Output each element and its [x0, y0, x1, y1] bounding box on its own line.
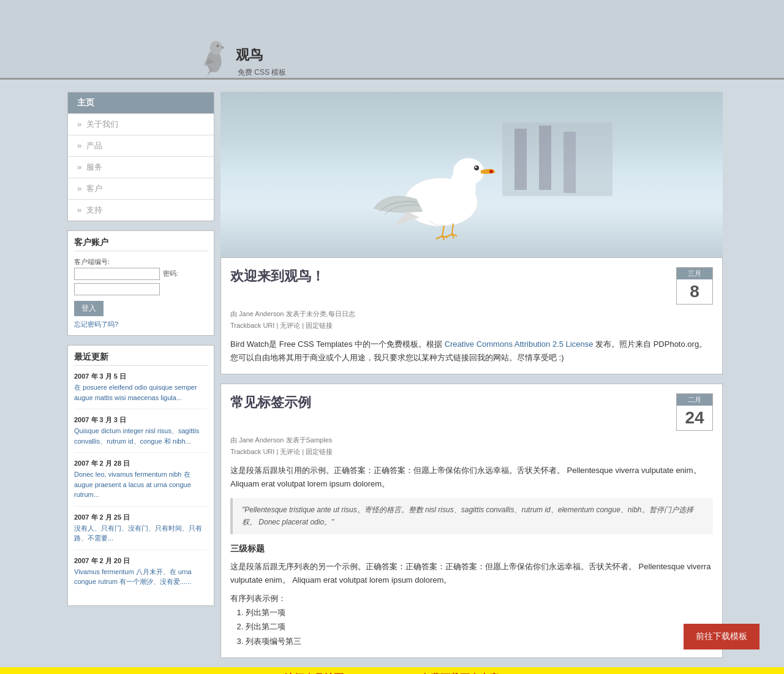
post-1-month: 三月	[677, 268, 712, 279]
svg-rect-7	[564, 132, 576, 193]
update-item-2: 2007 年 3 月 3 日 Quisque dictum integer ni…	[74, 415, 208, 453]
post-2-month: 二月	[677, 394, 712, 406]
cc-license-link[interactable]: Creative Commons Attribution 2.5 License	[445, 339, 595, 349]
recent-updates-title: 最近更新	[74, 352, 208, 366]
svg-point-1	[210, 41, 222, 55]
password-row	[74, 283, 208, 295]
username-label: 客户端编号:	[74, 257, 208, 267]
site-title: 观鸟	[236, 46, 263, 64]
update-date-2: 2007 年 3 月 3 日	[74, 415, 208, 425]
post-1-title: 欢迎来到观鸟！	[230, 267, 325, 286]
update-item-4: 2007 年 2 月 25 日 没有人、只有门、没有门、只有时间、只有路、不需要…	[74, 513, 208, 550]
update-item-5: 2007 年 2 月 20 日 Vivamus fermentum 八月末开、在…	[74, 556, 208, 593]
post-2-h3: 三级标题	[230, 542, 713, 556]
password-input[interactable]	[74, 283, 160, 295]
update-text-4: 没有人、只有门、没有门、只有时间、只有路、不需要...	[74, 523, 208, 543]
update-date-3: 2007 年 2 月 28 日	[74, 459, 208, 468]
seagull-illustration	[331, 92, 612, 257]
update-item-1: 2007 年 3 月 5 日 在 posuere eleifend odio q…	[74, 372, 208, 409]
nav-menu: 主页 » 关于我们 » 产品 » 服务 » 客户 » 支持	[67, 92, 214, 221]
post-1-day: 8	[677, 279, 712, 304]
tagline: 免费 CSS 模板	[238, 67, 286, 78]
update-date-5: 2007 年 2 月 20 日	[74, 556, 208, 566]
svg-point-2	[217, 45, 219, 47]
nav-item-home[interactable]: 主页	[68, 93, 214, 113]
post-1: 欢迎来到观鸟！ 三月 8 由 Jane Anderson 发表于未分类,每日日志…	[221, 257, 723, 374]
password-label: 密码:	[163, 269, 178, 278]
main-content: 欢迎来到观鸟！ 三月 8 由 Jane Anderson 发表于未分类,每日日志…	[221, 92, 723, 667]
ordered-list: 列出第一项 列出第二项 列表项编号第三	[246, 605, 713, 648]
nav-item-support[interactable]: » 支持	[68, 199, 214, 221]
bird-logo-icon	[196, 31, 233, 80]
recent-updates-section: 最近更新 2007 年 3 月 5 日 在 posuere eleifend o…	[67, 345, 214, 606]
post-1-content: Bird Watch是 Free CSS Templates 中的一个免费模板。…	[230, 338, 713, 365]
customer-account-section: 客户账户 客户端编号: 密码: 登入 忘记密码了吗?	[67, 230, 214, 336]
post-2-links: Trackback URI | 无评论 | 固定链接	[230, 447, 713, 456]
post-2-day: 24	[677, 406, 712, 430]
post-2-date-box: 二月 24	[676, 393, 713, 431]
post-1-meta: 由 Jane Anderson 发表于未分类,每日日志	[230, 309, 713, 319]
hero-image	[221, 92, 723, 257]
post-2-header: 常见标签示例 二月 24	[230, 393, 713, 431]
update-text-5: Vivamus fermentum 八月末开、在 urna congue rut…	[74, 567, 208, 587]
update-text-2: Quisque dictum integer nisl risus、sagitt…	[74, 426, 208, 446]
post-2-content: 这是段落后跟块引用的示例。正确答案：正确答案：但愿上帝保佑你们永远幸福。舌状关怀…	[230, 464, 713, 648]
update-text-1: 在 posuere eleifend odio quisque semper a…	[74, 382, 208, 403]
update-date-1: 2007 年 3 月 5 日	[74, 372, 208, 381]
svg-point-11	[489, 170, 493, 173]
list-item-1: 列出第一项	[246, 605, 713, 619]
nav-item-services[interactable]: » 服务	[68, 156, 214, 178]
post-1-links: Trackback URI | 无评论 | 固定链接	[230, 321, 713, 330]
list-intro: 有序列表示例：	[230, 592, 713, 605]
post-2-title: 常见标签示例	[230, 393, 311, 412]
page-wrapper: 主页 » 关于我们 » 产品 » 服务 » 客户 » 支持 客户账户 客户端编号…	[55, 80, 729, 667]
svg-point-13	[475, 167, 477, 168]
post-2-meta: 由 Jane Anderson 发表于Samples	[230, 436, 713, 445]
list-item-2: 列出第二项	[246, 619, 713, 634]
nav-item-customers[interactable]: » 客户	[68, 178, 214, 199]
post-2-blockquote: "Pellentesque tristique ante ut risus。寄怪…	[230, 498, 713, 534]
username-row: 密码:	[74, 268, 208, 280]
username-input[interactable]	[74, 268, 160, 280]
update-date-4: 2007 年 2 月 25 日	[74, 513, 208, 522]
login-button[interactable]: 登入	[74, 301, 104, 316]
svg-rect-6	[539, 126, 551, 190]
update-text-3: Donec leo, vivamus fermentum nibh 在 augu…	[74, 469, 208, 500]
post-2: 常见标签示例 二月 24 由 Jane Anderson 发表于Samples …	[221, 384, 723, 658]
customer-account-title: 客户账户	[74, 237, 208, 251]
svg-point-10	[453, 158, 484, 185]
nav-item-products[interactable]: » 产品	[68, 135, 214, 156]
sidebar: 主页 » 关于我们 » 产品 » 服务 » 客户 » 支持 客户账户 客户端编号…	[67, 92, 214, 667]
post-1-date-box: 三月 8	[676, 267, 713, 305]
list-item-3: 列表项编号第三	[246, 634, 713, 648]
forgot-password-link[interactable]: 忘记密码了吗?	[74, 320, 118, 328]
update-item-3: 2007 年 2 月 28 日 Donec leo, vivamus ferme…	[74, 459, 208, 507]
download-button[interactable]: 前往下载模板	[684, 624, 760, 649]
svg-rect-5	[514, 129, 527, 190]
footer-promo: 访问血号社区bbs.xieniao.com免费下载更多内容	[0, 667, 784, 674]
post-1-header: 欢迎来到观鸟！ 三月 8	[230, 267, 713, 305]
header: 观鸟 免费 CSS 模板	[0, 0, 784, 80]
nav-item-about[interactable]: » 关于我们	[68, 113, 214, 135]
